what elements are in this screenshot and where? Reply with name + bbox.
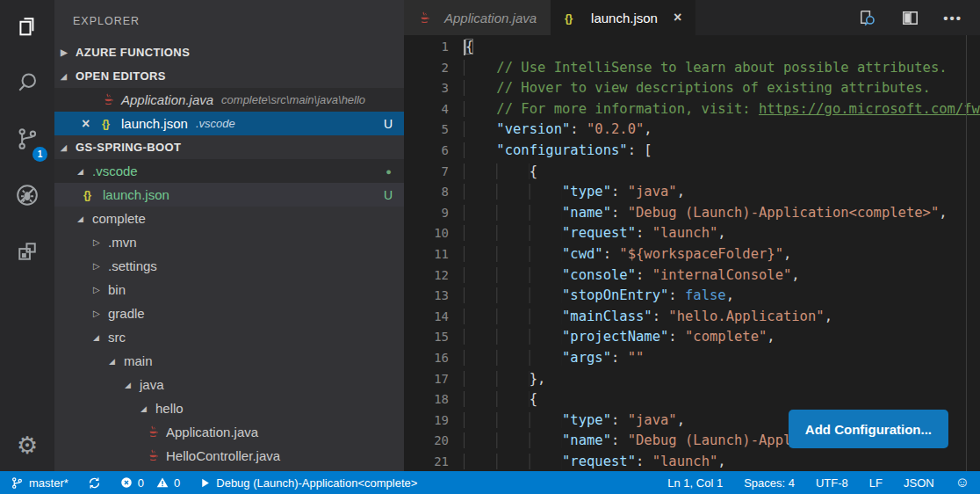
find-file-icon[interactable] (857, 8, 877, 28)
debug-activity-button[interactable] (0, 169, 54, 225)
code-line-text: // Hover to view descriptions of existin… (464, 78, 931, 99)
code-line-text: "projectName": "complete", (464, 327, 775, 348)
language-mode-indicator[interactable]: JSON (904, 476, 934, 490)
code-line: 13 "stopOnEntry": false, (404, 286, 980, 307)
manage-settings-button[interactable]: ⚙ (0, 420, 54, 471)
tree-item-hello[interactable]: ◢hello (54, 396, 404, 420)
line-number: 18 (404, 389, 464, 410)
chevron-expanded-icon: ◢ (61, 143, 76, 152)
more-actions-icon[interactable]: ••• (943, 11, 962, 25)
vscode-window: 1 (0, 0, 980, 494)
code-line: 10 "request": "launch", (404, 223, 980, 244)
status-text: UTF-8 (816, 476, 848, 490)
tree-item-java[interactable]: ◢java (54, 373, 404, 396)
tree-item-application-java[interactable]: Application.java (54, 420, 404, 444)
tree-item--settings[interactable]: ▷.settings (54, 254, 404, 278)
main-area: 1 (0, 0, 980, 471)
tree-item-label: complete (92, 211, 146, 226)
line-number: 9 (404, 203, 464, 224)
section-header-open-editors[interactable]: ◢OPEN EDITORS (54, 64, 404, 88)
error-icon (120, 476, 133, 489)
code-line-text: "type": "java", (464, 410, 685, 432)
line-number: 10 (404, 223, 464, 244)
sync-indicator[interactable] (88, 476, 101, 490)
tree-item-hellocontroller-java[interactable]: HelloController.java (54, 444, 404, 468)
debug-launch-indicator[interactable]: Debug (Launch)-Application<complete> (199, 476, 417, 490)
tree-item-label: .mvn (108, 235, 137, 250)
search-activity-button[interactable] (0, 56, 54, 113)
tree-item-launch-json[interactable]: {}launch.jsonU (54, 183, 404, 207)
status-text: Ln 1, Col 1 (667, 476, 723, 490)
debug-icon (15, 183, 40, 211)
problems-indicator[interactable]: 00 (120, 476, 180, 490)
gear-icon: ⚙ (17, 434, 38, 458)
line-number: 7 (404, 162, 464, 183)
line-number: 12 (404, 265, 464, 287)
split-editor-icon[interactable] (900, 8, 920, 28)
line-number: 6 (404, 141, 464, 162)
code-link[interactable]: https://go.microsoft.com/fwlink/?linkid=… (759, 101, 980, 117)
code-line-text: { (464, 162, 537, 183)
tree-item-src[interactable]: ◢src (54, 325, 404, 349)
eol-indicator[interactable]: LF (869, 476, 883, 490)
tab-label: Application.java (444, 11, 537, 25)
code-lines: 1{2 // Use IntelliSense to learn about p… (404, 37, 980, 471)
chevron-expanded-icon: ◢ (141, 404, 155, 413)
tab-application-java[interactable]: Application.java (404, 0, 551, 35)
source-control-badge: 1 (32, 147, 47, 162)
add-configuration-button[interactable]: Add Configuration... (789, 410, 948, 448)
status-text: LF (869, 476, 883, 490)
open-editor-item-application-java[interactable]: Application.javacomplete\src\main\java\h… (54, 88, 404, 112)
tree-item-label: main (124, 353, 153, 368)
tree-item-label: Application.java (166, 425, 258, 440)
tree-item-label: java (140, 377, 164, 392)
open-editor-label: Application.java (121, 92, 213, 107)
cursor-position[interactable]: Ln 1, Col 1 (667, 476, 723, 490)
line-number: 21 (404, 452, 464, 471)
code-line: 11 "cwd": "${workspaceFolder}", (404, 244, 980, 265)
line-number: 17 (404, 369, 464, 390)
section-header-azure-functions[interactable]: ▶AZURE FUNCTIONS (54, 40, 404, 64)
source-control-activity-button[interactable]: 1 (0, 113, 54, 169)
code-line-text: "version": "0.2.0", (464, 120, 652, 141)
tab-launch-json[interactable]: {} launch.json × (551, 0, 695, 35)
encoding-indicator[interactable]: UTF-8 (816, 476, 848, 490)
indentation-indicator[interactable]: Spaces: 4 (744, 476, 795, 490)
code-line-text: "console": "internalConsole", (464, 265, 800, 287)
java-file-icon (147, 449, 166, 462)
tree-item-gradle[interactable]: ▷gradle (54, 301, 404, 325)
tree-item--vscode[interactable]: ◢.vscode● (54, 159, 404, 183)
chevron-expanded-icon: ◢ (93, 333, 108, 342)
java-file-icon (418, 11, 437, 25)
explorer-activity-button[interactable] (0, 0, 54, 56)
extensions-activity-button[interactable] (0, 225, 54, 281)
explorer-rows: ▶AZURE FUNCTIONS◢OPEN EDITORSApplication… (54, 40, 404, 468)
warning-icon (156, 476, 169, 489)
tree-item-main[interactable]: ◢main (54, 349, 404, 373)
untracked-badge: U (384, 188, 393, 202)
feedback-smiley[interactable]: ☺ (955, 476, 969, 490)
tree-item-bin[interactable]: ▷bin (54, 278, 404, 301)
chevron-expanded-icon: ◢ (61, 72, 76, 81)
tree-item--mvn[interactable]: ▷.mvn (54, 230, 404, 254)
chevron-collapsed-icon: ▷ (93, 285, 108, 294)
section-header-gs-spring-boot[interactable]: ◢GS-SPRING-BOOT (54, 135, 404, 159)
activity-bar: 1 (0, 0, 54, 471)
code-editor[interactable]: 1{2 // Use IntelliSense to learn about p… (404, 35, 980, 471)
git-branch-indicator[interactable]: master* (11, 476, 68, 490)
open-editor-item-launch-json[interactable]: ×{}launch.json.vscodeU (54, 112, 404, 135)
tree-item-complete[interactable]: ◢complete (54, 207, 404, 230)
code-line: 17 }, (404, 369, 980, 390)
status-bar-left: master*00Debug (Launch)-Application<comp… (11, 476, 417, 490)
code-line-text: "stopOnEntry": false, (464, 286, 734, 307)
line-number: 14 (404, 307, 464, 328)
chevron-collapsed-icon: ▶ (61, 47, 76, 57)
code-line-text: "type": "java", (464, 182, 685, 203)
chevron-collapsed-icon: ▷ (93, 309, 108, 318)
close-editor-icon[interactable]: × (82, 116, 102, 132)
json-file-icon: {} (565, 11, 584, 25)
explorer-sidebar: EXPLORER ▶AZURE FUNCTIONS◢OPEN EDITORSAp… (54, 0, 404, 471)
chevron-collapsed-icon: ▷ (93, 261, 108, 271)
chevron-expanded-icon: ◢ (109, 357, 124, 366)
close-tab-icon[interactable]: × (674, 10, 681, 25)
